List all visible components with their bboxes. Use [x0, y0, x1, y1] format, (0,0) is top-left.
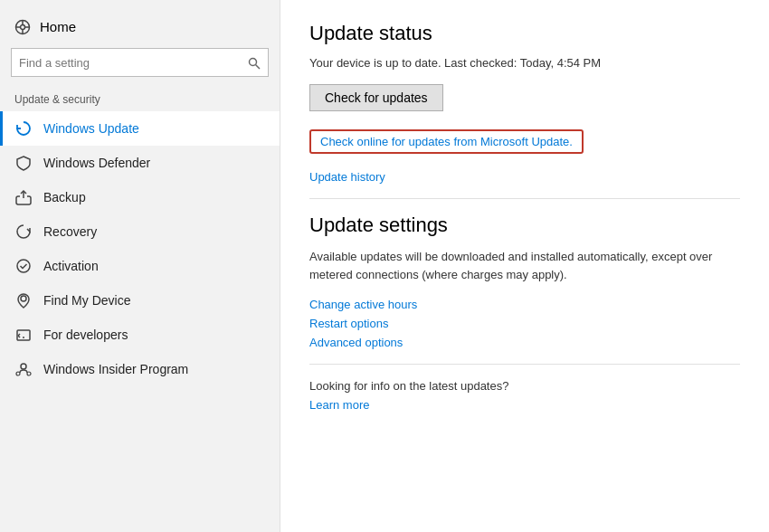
sidebar-item-label: Backup	[43, 190, 86, 204]
ms-update-link[interactable]: Check online for updates from Microsoft …	[309, 129, 584, 154]
sidebar-item-recovery[interactable]: Recovery	[0, 214, 280, 249]
insider-icon	[14, 361, 33, 377]
windows-update-icon	[14, 120, 33, 137]
search-input[interactable]	[19, 56, 248, 70]
svg-point-1	[21, 25, 25, 30]
home-icon	[14, 18, 31, 35]
search-icon	[248, 55, 261, 70]
search-box[interactable]	[11, 48, 269, 77]
find-device-icon	[14, 292, 33, 309]
svg-point-14	[21, 364, 26, 369]
sidebar-item-label: Recovery	[43, 224, 97, 239]
developer-icon	[14, 327, 33, 343]
sidebar-item-windows-insider[interactable]: Windows Insider Program	[0, 352, 280, 386]
recovery-icon	[14, 223, 33, 240]
svg-point-9	[21, 296, 26, 301]
sidebar-item-label: Activation	[43, 259, 99, 273]
looking-text: Looking for info on the latest updates?	[309, 379, 740, 393]
change-active-hours-link[interactable]: Change active hours	[309, 298, 740, 311]
svg-point-8	[17, 260, 30, 272]
sidebar-item-label: Windows Defender	[43, 156, 150, 170]
update-history-link[interactable]: Update history	[309, 170, 740, 184]
sidebar: Home Update & security Windows Update	[0, 0, 280, 532]
sidebar-item-find-my-device[interactable]: Find My Device	[0, 283, 280, 318]
restart-options-link[interactable]: Restart options	[309, 317, 740, 330]
divider	[309, 198, 740, 199]
divider2	[309, 364, 740, 365]
advanced-options-link[interactable]: Advanced options	[309, 336, 740, 349]
svg-line-12	[18, 336, 20, 337]
sidebar-item-label: Windows Update	[43, 121, 139, 136]
home-label: Home	[40, 19, 76, 34]
backup-icon	[14, 189, 33, 205]
sidebar-item-label: Windows Insider Program	[43, 362, 188, 376]
sidebar-item-activation[interactable]: Activation	[0, 249, 280, 283]
svg-point-6	[250, 58, 257, 65]
svg-line-7	[256, 64, 261, 69]
sidebar-group-label: Update & security	[0, 90, 280, 111]
status-text: Your device is up to date. Last checked:…	[309, 56, 740, 70]
sidebar-home-item[interactable]: Home	[0, 11, 280, 48]
update-settings-title: Update settings	[309, 214, 740, 237]
sidebar-item-for-developers[interactable]: For developers	[0, 318, 280, 352]
sidebar-item-windows-defender[interactable]: Windows Defender	[0, 146, 280, 180]
sidebar-item-label: Find My Device	[43, 293, 130, 308]
sidebar-item-windows-update[interactable]: Windows Update	[0, 111, 280, 146]
sidebar-item-backup[interactable]: Backup	[0, 180, 280, 214]
learn-more-link[interactable]: Learn more	[309, 398, 740, 412]
main-content: Update status Your device is up to date.…	[280, 0, 769, 532]
check-updates-button[interactable]: Check for updates	[309, 84, 443, 111]
shield-icon	[14, 155, 33, 171]
update-status-title: Update status	[309, 22, 740, 45]
settings-description: Available updates will be downloaded and…	[309, 248, 740, 283]
sidebar-item-label: For developers	[43, 328, 128, 342]
activation-icon	[14, 258, 33, 274]
